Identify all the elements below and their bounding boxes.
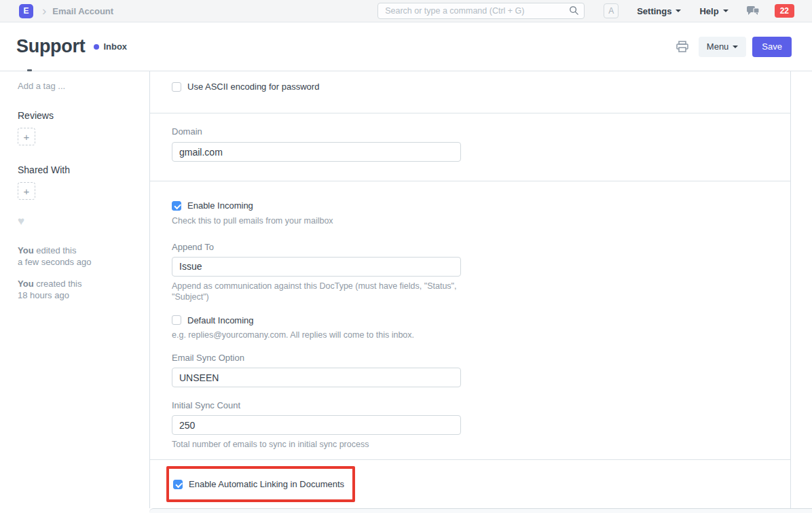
created-when: 18 hours ago [18, 290, 69, 300]
add-tag-link[interactable]: Add a tag ... [18, 81, 149, 91]
menu-button[interactable]: Menu [699, 37, 747, 57]
settings-label: Settings [637, 6, 671, 16]
initial-sync-count-description: Total number of emails to sync in initia… [172, 439, 769, 450]
save-button[interactable]: Save [752, 37, 792, 57]
save-button-label: Save [762, 41, 782, 52]
add-review-button[interactable]: + [18, 128, 35, 145]
avatar[interactable]: A [604, 3, 619, 18]
form-sidebar: Add a tag ... Reviews + Shared With + ♥ … [0, 71, 149, 513]
email-sync-option-input[interactable] [172, 368, 461, 387]
app-window: E › Email Account A Settings Help 22 Sup… [0, 0, 812, 513]
help-menu[interactable]: Help [699, 6, 728, 16]
edited-action: edited this [34, 245, 77, 255]
section-ascii: Use ASCII encoding for password [150, 71, 790, 113]
created-by: You [18, 279, 34, 289]
enable-incoming-label[interactable]: Enable Incoming [187, 200, 253, 211]
page-title: Support [16, 36, 85, 57]
enable-incoming-checkbox[interactable] [172, 201, 181, 211]
notification-badge[interactable]: 22 [775, 4, 794, 18]
initial-sync-count-label: Initial Sync Count [172, 400, 769, 410]
email-sync-option-label: Email Sync Option [172, 353, 769, 363]
global-search [377, 3, 585, 19]
form-box: Use ASCII encoding for password Domain E… [149, 71, 791, 508]
section-incoming: Enable Incoming Check this to pull email… [150, 181, 790, 460]
default-incoming-checkbox[interactable] [172, 315, 181, 325]
chevron-down-icon [676, 10, 681, 12]
chevron-right-icon: › [42, 4, 46, 17]
append-to-description: Append as communication against this Doc… [172, 281, 464, 303]
edited-when: a few seconds ago [18, 257, 91, 267]
print-icon[interactable] [676, 41, 689, 53]
enable-incoming-description: Check this to pull emails from your mail… [172, 215, 769, 227]
search-input[interactable] [377, 3, 585, 19]
reviews-heading: Reviews [18, 110, 149, 121]
add-share-button[interactable]: + [18, 182, 35, 200]
auto-linking-checkbox[interactable] [173, 480, 183, 489]
status-badge: Inbox [103, 41, 127, 52]
form-content: Use ASCII encoding for password Domain E… [149, 71, 812, 513]
breadcrumb[interactable]: Email Account [52, 6, 113, 16]
ascii-password-checkbox[interactable] [172, 82, 181, 92]
search-icon [569, 5, 579, 18]
section-domain: Domain [150, 113, 790, 181]
initial-sync-count-input[interactable] [172, 415, 461, 435]
settings-menu[interactable]: Settings [637, 6, 681, 16]
created-action: created this [34, 279, 82, 289]
chevron-down-icon [733, 46, 738, 48]
ascii-password-label[interactable]: Use ASCII encoding for password [187, 82, 319, 92]
auto-linking-label[interactable]: Enable Automatic Linking in Documents [189, 479, 344, 489]
menu-button-label: Menu [707, 41, 729, 52]
shared-with-heading: Shared With [18, 164, 149, 175]
append-to-input[interactable] [172, 257, 461, 277]
append-to-label: Append To [172, 242, 769, 252]
like-icon[interactable]: ♥ [18, 215, 149, 228]
edited-activity: You edited this a few seconds ago [18, 245, 149, 268]
main-area: Add a tag ... Reviews + Shared With + ♥ … [0, 71, 812, 513]
navbar: E › Email Account A Settings Help 22 [0, 0, 812, 22]
domain-label: Domain [172, 126, 769, 137]
status-dot [94, 44, 99, 50]
chevron-down-icon [723, 10, 728, 12]
chat-icon[interactable] [746, 5, 760, 17]
section-auto-linking: Enable Automatic Linking in Documents [150, 460, 790, 508]
app-logo[interactable]: E [19, 4, 33, 18]
edited-by: You [18, 245, 34, 255]
clipped-element [27, 69, 32, 71]
default-incoming-label[interactable]: Default Incoming [187, 315, 254, 325]
default-incoming-description: e.g. replies@yourcomany.com. All replies… [172, 330, 769, 341]
page-actions: Menu Save [676, 37, 812, 57]
created-activity: You created this 18 hours ago [18, 278, 149, 301]
annotation-highlight: Enable Automatic Linking in Documents [166, 466, 355, 502]
domain-input[interactable] [172, 142, 461, 162]
page-head: Support Inbox Menu Save [0, 22, 812, 71]
next-section-edge [149, 508, 812, 513]
help-label: Help [699, 6, 718, 16]
